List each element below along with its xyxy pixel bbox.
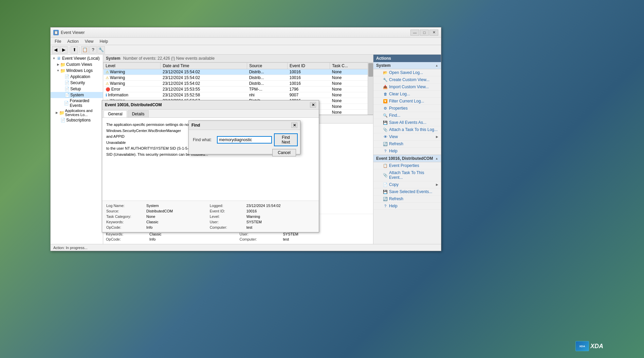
action-attach-task-log[interactable]: 📎 Attach a Task To this Log... [373,126,441,133]
folder-icon-windows-logs: 📁 [60,68,66,73]
tree-item-event-viewer[interactable]: ▼ 🖥 Event Viewer (Local) [51,55,103,61]
table-row[interactable]: ℹ Information 23/12/2024 15:52:58 nhi 90… [104,92,373,98]
cell-eventid: 10016 [288,69,330,75]
cell-task: None [330,81,373,87]
action-open-saved-log[interactable]: 📂 Open Saved Log... [373,69,441,76]
action-label-attach-task-log: Attach a Task To this Log... [389,127,438,132]
action-properties[interactable]: ⚙ Properties [373,105,441,112]
properties-button[interactable]: 📋 [81,46,89,54]
actions-event-header: Event 10016, DistributedCOM ▲ [373,155,441,162]
edw-tabs: General Details [102,110,319,118]
label-user: User: [240,232,280,236]
action-label-filter-log: Filter Current Log... [389,99,424,103]
action-label-refresh-system: Refresh [389,142,403,146]
tree-item-system[interactable]: 📄 System [51,92,103,98]
action-event-properties[interactable]: 📋 Event Properties [373,162,441,169]
tree-item-subscriptions[interactable]: 📄 Subscriptions [51,117,103,123]
close-button[interactable]: ✕ [429,30,438,36]
tree-item-custom-views[interactable]: ▶ 📁 Custom Views [51,61,103,68]
table-row[interactable]: 🔴 Error 23/12/2024 15:53:55 TPM-... 1796… [104,87,373,92]
action-refresh-system[interactable]: 🔄 Refresh [373,140,441,148]
action-label-event-properties: Event Properties [389,163,419,168]
expand-icon: ▼ [52,56,56,60]
tree-label-setup: Setup [70,87,81,91]
action-import-custom-view[interactable]: 📥 Import Custom View... [373,83,441,91]
action-help-event[interactable]: ? Help [373,203,441,210]
find-next-button[interactable]: Find Next [274,133,298,146]
col-eventid[interactable]: Event ID [288,63,330,69]
tree-item-app-services[interactable]: ▶ 📁 Applications and Services Lo... [51,108,103,117]
save-all-icon: 💾 [383,120,388,125]
help-button[interactable]: ? [89,46,97,54]
menu-view[interactable]: View [82,38,96,44]
action-refresh-event[interactable]: 🔄 Refresh [373,195,441,203]
cell-level: 🔴 Error [104,87,161,92]
action-filter-log[interactable]: 🔽 Filter Current Log... [373,98,441,105]
find-close-button[interactable]: ✕ [291,123,297,128]
edw-value-opcode: Info [146,225,207,229]
log-icon-subscriptions: 📄 [60,117,66,123]
tree-item-forwarded-events[interactable]: 📄 Forwarded Events [51,98,103,108]
label-computer: Computer: [240,237,280,241]
forward-button[interactable]: ▶ [60,46,68,54]
edw-tab-details[interactable]: Details [128,110,149,117]
log-name: System [106,56,121,61]
tree-item-security[interactable]: 📄 Security [51,80,103,86]
col-taskcat[interactable]: Task C... [330,63,373,69]
action-save-all-events[interactable]: 💾 Save All Events As... [373,119,441,126]
minimize-button[interactable]: — [410,30,419,36]
cell-datetime: 23/12/2024 15:52:58 [161,92,247,98]
up-button[interactable]: ⬆ [71,46,78,54]
menu-bar: File Action View Help [51,38,441,45]
action-button[interactable]: 🔧 [97,46,105,54]
view-submenu-arrow: ▶ [436,135,438,138]
col-datetime[interactable]: Date and Time [161,63,247,69]
cell-task: None [330,98,373,104]
cell-eventid: 1796 [288,87,330,92]
save-selected-icon: 💾 [383,189,388,194]
cancel-button[interactable]: Cancel [272,149,296,156]
table-row[interactable]: ⚠ Warning 23/12/2024 15:54:02 Distrib...… [104,81,373,87]
action-create-custom-view[interactable]: 🔧 Create Custom View... [373,76,441,83]
maximize-button[interactable]: □ [420,30,429,36]
col-source[interactable]: Source [247,63,288,69]
tree-item-windows-logs[interactable]: ▼ 📁 Windows Logs [51,68,103,74]
scrollbar[interactable] [368,62,373,115]
expand-icon-custom: ▶ [56,62,60,67]
col-level[interactable]: Level [104,63,161,69]
back-button[interactable]: ◀ [52,46,59,54]
edw-fields: Log Name: System Logged: 23/12/2024 15:5… [102,201,319,232]
action-help-system[interactable]: ? Help [373,148,441,155]
tree-item-application[interactable]: 📄 Application [51,74,103,80]
tree-label-app-services: Applications and Services Lo... [65,109,102,117]
action-find[interactable]: 🔍 Find... [373,112,441,119]
action-view[interactable]: 👁 View ▶ [373,133,441,140]
value-opcode: Info [149,237,237,241]
help-system-icon: ? [383,149,388,153]
menu-file[interactable]: File [52,38,64,44]
app-icon: 📋 [53,30,59,35]
edw-value-keywords: Classic [146,220,207,224]
table-row[interactable]: ⚠ Warning 23/12/2024 15:54:02 Distrib...… [104,75,373,81]
action-attach-task-event[interactable]: 📎 Attach Task To This Event... [373,169,441,181]
edw-value-user: SYSTEM [246,220,315,224]
action-copy[interactable]: 📄 Copy ▶ [373,181,441,188]
edw-close-button[interactable]: ✕ [310,102,316,108]
tree-item-setup[interactable]: 📄 Setup [51,86,103,92]
action-save-selected[interactable]: 💾 Save Selected Events... [373,188,441,195]
folder-icon-app-services: 📁 [59,110,65,115]
status-text: Action: In progress... [53,246,88,250]
menu-action[interactable]: Action [65,38,81,44]
table-row[interactable]: ⚠ Warning 23/12/2024 15:54:02 Distrib...… [104,69,373,75]
folder-icon-custom-views: 📁 [60,62,66,67]
log-icon-system: 📄 [64,92,70,98]
edw-title-bar: Event 10016, DistributedCOM ✕ [102,100,319,110]
edw-label-user: User: [210,220,244,224]
tree-label-subscriptions: Subscriptions [66,118,91,123]
cell-task: None [330,87,373,92]
cell-task: None [330,110,373,115]
menu-help[interactable]: Help [97,38,111,44]
find-input[interactable] [217,136,272,144]
action-clear-log[interactable]: 🗑 Clear Log... [373,91,441,98]
edw-tab-general[interactable]: General [104,110,127,117]
